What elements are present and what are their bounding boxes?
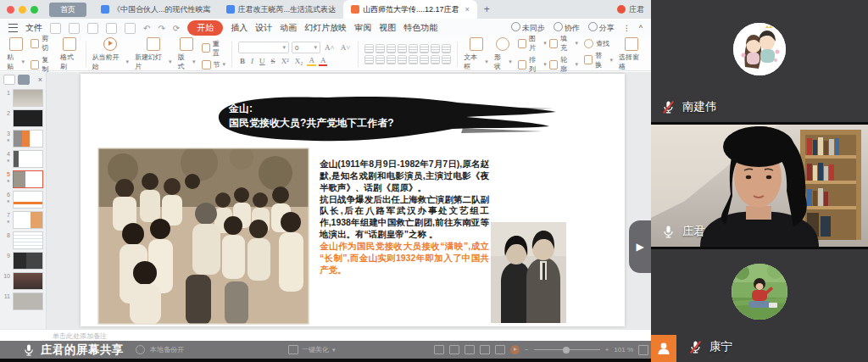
bullet-list-icon[interactable] xyxy=(364,44,374,53)
notes-area[interactable]: 单击此处添加备注 xyxy=(0,329,651,341)
align-center-icon[interactable] xyxy=(376,55,385,64)
start-from-current-button[interactable]: 从当前开始▾ xyxy=(92,37,130,71)
menu-slideshow[interactable]: 幻灯片放映 xyxy=(304,22,347,34)
print-icon[interactable] xyxy=(106,23,117,34)
menu-file[interactable]: 文件 xyxy=(25,22,42,34)
slide-title-block[interactable]: 金山: 国民党接收大员?共产党地下工作者? xyxy=(210,94,559,143)
columns-icon[interactable] xyxy=(431,44,440,53)
new-tab-button[interactable]: + xyxy=(477,3,497,15)
section-button[interactable]: 节▾ xyxy=(202,60,226,70)
underline-button[interactable]: U xyxy=(258,57,267,65)
tab-ppt-active[interactable]: 山西师范大学传....12.17庄君 × xyxy=(343,0,477,19)
slide-thumbnail[interactable]: 9 xyxy=(0,250,46,270)
tab-close-icon[interactable]: × xyxy=(465,5,470,14)
zoom-slider[interactable] xyxy=(534,349,600,350)
format-painter-button[interactable]: 格式刷 xyxy=(60,37,79,71)
paste-button[interactable]: 粘贴▾ xyxy=(7,37,25,71)
video-panel-collapse-handle[interactable]: ▶ xyxy=(629,220,651,273)
participant-tile[interactable]: 南建伟 xyxy=(651,0,868,122)
close-panel-icon[interactable]: × xyxy=(38,75,42,84)
slide-thumbnail-selected[interactable]: 5★ xyxy=(0,169,46,189)
zoom-slider-knob[interactable] xyxy=(563,347,570,354)
increase-font-icon[interactable]: A˄ xyxy=(323,43,337,52)
more-icon[interactable]: ⋮ xyxy=(623,24,631,32)
save-icon[interactable] xyxy=(87,23,98,34)
slide-thumbnail[interactable]: 7★ xyxy=(0,209,46,230)
text-direction-icon[interactable] xyxy=(420,44,429,53)
find-button[interactable]: 查找 xyxy=(584,39,613,48)
paragraph-more-icon[interactable] xyxy=(442,44,451,53)
decrease-font-icon[interactable]: A˅ xyxy=(339,43,353,52)
font-color-button[interactable]: A xyxy=(319,56,328,66)
tab-home[interactable]: 首页 xyxy=(49,3,86,17)
align-top-icon[interactable] xyxy=(420,55,429,64)
group-photo[interactable] xyxy=(97,148,309,325)
justify-icon[interactable] xyxy=(398,55,407,64)
collaborate-button[interactable]: 协作 xyxy=(554,22,580,34)
window-maximize-icon[interactable] xyxy=(31,6,38,14)
slide-thumbnail[interactable]: 6★ xyxy=(0,189,46,209)
tab-doc2[interactable]: 庄君改王晓芮...生活流式表达 xyxy=(219,0,344,19)
slide-body-text[interactable]: 金山(1911年8月9日-1982年7月7日),原名赵默,是知名戏剧和电影演员,… xyxy=(320,159,489,276)
slide-thumbnail[interactable]: 10 xyxy=(0,270,46,291)
layout-button[interactable]: 版式▾ xyxy=(178,37,196,71)
align-bottom-icon[interactable] xyxy=(442,55,451,64)
slide-thumbnail[interactable]: 2 xyxy=(0,108,46,128)
textbox-button[interactable]: 文本框▾ xyxy=(464,37,488,71)
reset-button[interactable]: 重置 xyxy=(202,39,226,58)
open-file-icon[interactable] xyxy=(69,23,80,34)
window-close-icon[interactable] xyxy=(7,6,14,14)
participant-tile[interactable]: 康宁 xyxy=(651,249,868,362)
selection-pane-button[interactable]: 选择窗格 xyxy=(619,37,644,71)
tab-doc1[interactable]: 《中国合伙人...的现代性映寓 xyxy=(93,0,219,19)
notes-toggle-icon[interactable] xyxy=(480,345,490,354)
numbered-list-icon[interactable] xyxy=(376,44,385,53)
window-minimize-icon[interactable] xyxy=(19,6,26,14)
line-spacing-icon[interactable] xyxy=(409,44,418,53)
undo-icon[interactable]: ↶ xyxy=(143,24,150,33)
menu-design[interactable]: 设计 xyxy=(255,22,272,34)
replace-button[interactable]: 替换▾ xyxy=(584,51,613,70)
outline-view-toggle[interactable] xyxy=(3,75,15,85)
new-slide-button[interactable]: 新建幻灯片▾ xyxy=(135,37,172,71)
menu-home-tab[interactable]: 开始 xyxy=(187,20,223,36)
increase-indent-icon[interactable] xyxy=(398,44,407,53)
slideshow-play-button[interactable] xyxy=(510,345,520,354)
sync-status[interactable]: 未同步 xyxy=(511,22,545,34)
reading-view-icon[interactable] xyxy=(465,345,475,354)
slide-thumbnail[interactable]: 1 xyxy=(0,87,46,108)
slide-thumbnail[interactable]: 8 xyxy=(0,230,46,250)
distribute-icon[interactable] xyxy=(409,55,418,64)
slide-thumbnail[interactable]: 3★ xyxy=(0,128,46,148)
zoom-in-button[interactable]: + xyxy=(605,346,609,354)
bold-button[interactable]: B xyxy=(238,57,247,65)
slide-sorter-icon[interactable] xyxy=(449,345,459,354)
decrease-indent-icon[interactable] xyxy=(387,44,396,53)
highlight-color-button[interactable]: A xyxy=(307,56,316,66)
font-size-select[interactable]: 0▾ xyxy=(292,42,320,53)
hamburger-icon[interactable] xyxy=(8,24,18,32)
copy-button[interactable]: 复制 xyxy=(31,55,54,74)
account-area[interactable]: 庄君 xyxy=(617,4,644,15)
italic-button[interactable]: I xyxy=(249,57,255,65)
fill-button[interactable]: 填充▾ xyxy=(549,34,578,53)
redo-icon[interactable]: ↷ xyxy=(158,24,164,33)
menu-animation[interactable]: 动画 xyxy=(280,22,297,34)
arrange-button[interactable]: 排列▾ xyxy=(518,55,547,74)
align-right-icon[interactable] xyxy=(387,55,396,64)
participant-tile-video[interactable]: 庄君 xyxy=(651,125,868,247)
thumbnail-view-toggle[interactable] xyxy=(18,75,30,85)
zoom-level[interactable]: 101 % xyxy=(614,346,633,354)
cut-button[interactable]: 剪切 xyxy=(31,34,54,53)
align-middle-icon[interactable] xyxy=(431,55,440,64)
slide-thumbnail[interactable]: 11 xyxy=(0,291,46,311)
local-backup-status[interactable]: 本地备份开 xyxy=(136,341,184,359)
export-icon[interactable] xyxy=(125,23,136,34)
superscript-button[interactable]: X² xyxy=(280,57,291,65)
menu-view[interactable]: 视图 xyxy=(379,22,396,34)
couple-photo[interactable] xyxy=(491,222,566,323)
handout-icon[interactable] xyxy=(495,345,505,354)
shapes-button[interactable]: 形状▾ xyxy=(494,37,512,71)
collapse-ribbon-icon[interactable]: ^ xyxy=(639,24,643,32)
repeat-icon[interactable]: ⟳ xyxy=(173,24,180,33)
